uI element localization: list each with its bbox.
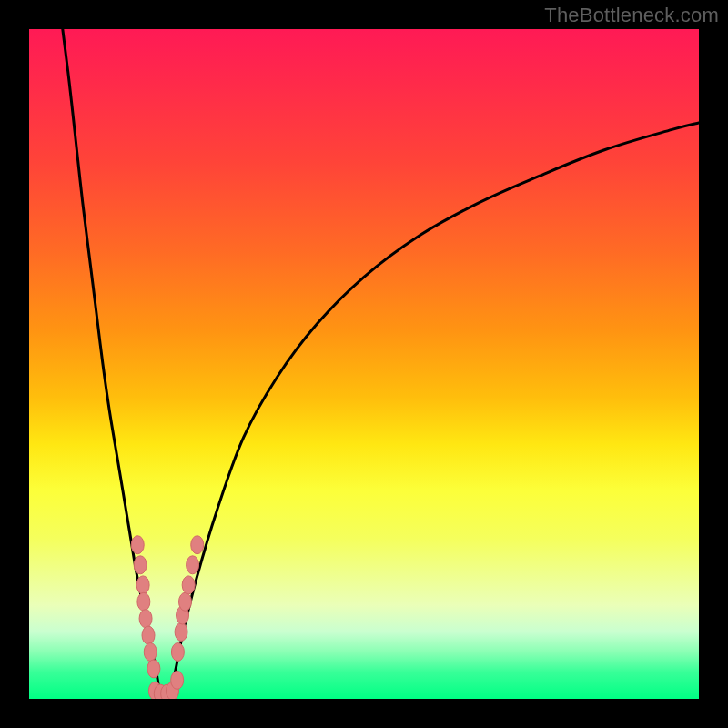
- marker-left-cluster: [136, 576, 149, 594]
- marker-right-cluster: [175, 622, 187, 641]
- curve-right-branch: [170, 123, 699, 699]
- marker-left-cluster: [134, 556, 147, 574]
- marker-left-cluster: [144, 642, 157, 661]
- watermark-label: TheBottleneck.com: [544, 4, 719, 27]
- plot-area: [29, 29, 699, 699]
- marker-left-cluster: [131, 536, 144, 554]
- marker-right-cluster: [182, 576, 195, 594]
- chart-svg: [29, 29, 699, 699]
- marker-left-cluster: [142, 626, 155, 644]
- markers-group: [131, 536, 204, 699]
- marker-right-cluster: [187, 556, 199, 574]
- marker-left-cluster: [139, 610, 152, 628]
- marker-right-cluster: [171, 642, 184, 661]
- marker-right-cluster: [191, 536, 204, 554]
- curve-group: [63, 29, 699, 699]
- marker-left-cluster: [137, 592, 150, 611]
- marker-left-cluster: [147, 660, 160, 678]
- marker-valley-floor: [171, 671, 184, 689]
- marker-right-cluster: [178, 592, 191, 611]
- chart-frame: TheBottleneck.com: [0, 0, 728, 728]
